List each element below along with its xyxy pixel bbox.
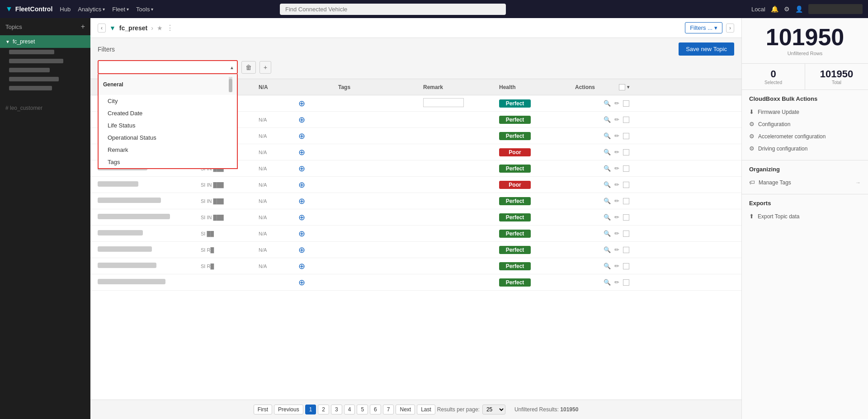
nav-hub[interactable]: Hub	[60, 6, 71, 13]
previous-page-button[interactable]: Previous	[274, 405, 303, 414]
per-page-select[interactable]: 2550100	[482, 405, 505, 414]
add-icon-3[interactable]: ⊕	[298, 164, 305, 173]
checkbox-1[interactable]	[623, 133, 629, 139]
edit-btn-8[interactable]: ✏	[614, 246, 619, 253]
cell-add-10[interactable]: ⊕	[298, 278, 335, 287]
search-input[interactable]	[280, 4, 506, 15]
edit-btn-9[interactable]: ✏	[614, 263, 619, 269]
dropdown-item-city[interactable]: City	[99, 95, 237, 107]
search-btn-6[interactable]: 🔍	[604, 214, 611, 221]
favorite-icon[interactable]: ›	[151, 24, 153, 32]
edit-btn-1[interactable]: ✏	[614, 132, 619, 139]
checkbox-4[interactable]	[623, 182, 629, 188]
edit-btn-2[interactable]: ✏	[614, 149, 619, 155]
edit-btn-5[interactable]: ✏	[614, 198, 619, 204]
page-2-button[interactable]: 2	[318, 405, 329, 414]
nav-tools[interactable]: Tools ▾	[136, 6, 153, 13]
search-btn-9[interactable]: 🔍	[604, 263, 611, 269]
edit-btn-10[interactable]: ✏	[614, 279, 619, 286]
nav-local[interactable]: Local	[751, 6, 765, 13]
manage-tags-item[interactable]: 🏷 Manage Tags →	[749, 176, 861, 188]
checkbox-3[interactable]	[623, 165, 629, 172]
checkbox-10[interactable]	[623, 279, 629, 286]
first-page-button[interactable]: First	[254, 405, 272, 414]
search-btn-10[interactable]: 🔍	[604, 279, 611, 286]
page-6-button[interactable]: 6	[370, 405, 381, 414]
checkbox-5[interactable]	[623, 198, 629, 204]
dropdown-item-remark[interactable]: Remark	[99, 144, 237, 156]
edit-btn-0[interactable]: ✏	[614, 116, 619, 123]
dropdown-item-created-date[interactable]: Created Date	[99, 107, 237, 119]
nav-right-button[interactable]: ›	[726, 24, 734, 33]
add-icon-9[interactable]: ⊕	[298, 262, 305, 271]
th-checkbox-all[interactable]	[619, 84, 625, 90]
cell-add-3[interactable]: ⊕	[298, 164, 335, 174]
page-1-button[interactable]: 1	[305, 405, 316, 414]
cell-add-2[interactable]: ⊕	[298, 147, 335, 157]
brand-logo[interactable]: ▼ FleetControl	[5, 5, 52, 13]
cell-add-4[interactable]: ⊕	[298, 180, 335, 190]
page-5-button[interactable]: 5	[357, 405, 368, 414]
search-btn-7[interactable]: 🔍	[604, 230, 611, 237]
filters-toggle-button[interactable]: Filters ... ▾	[685, 22, 722, 33]
dropdown-item-operational-status[interactable]: Operational Status	[99, 132, 237, 144]
add-icon-1[interactable]: ⊕	[298, 132, 305, 141]
checkbox-9[interactable]	[623, 263, 629, 269]
page-4-button[interactable]: 4	[344, 405, 355, 414]
add-icon-0[interactable]: ⊕	[298, 115, 305, 124]
page-3-button[interactable]: 3	[331, 405, 342, 414]
search-btn-3[interactable]: 🔍	[604, 165, 611, 172]
add-icon-6[interactable]: ⊕	[298, 213, 305, 222]
search-btn-1[interactable]: 🔍	[604, 132, 611, 139]
last-page-button[interactable]: Last	[417, 405, 435, 414]
cell-add-6[interactable]: ⊕	[298, 212, 335, 222]
search-btn-0[interactable]: 🔍	[604, 116, 611, 123]
nav-analytics[interactable]: Analytics ▾	[78, 6, 105, 13]
sidebar-sub-1[interactable]	[0, 48, 90, 57]
add-topic-button[interactable]: +	[81, 23, 85, 31]
checkbox-6[interactable]	[623, 214, 629, 221]
page-7-button[interactable]: 7	[383, 405, 394, 414]
bulk-accelerometer[interactable]: ⚙ Accelerometer configuration	[749, 130, 861, 142]
dropdown-scroll-area[interactable]: City Created Date Life Status Operationa…	[99, 95, 237, 168]
cell-add-9[interactable]: ⊕	[298, 261, 335, 271]
checkbox-0[interactable]	[623, 117, 629, 123]
edit-btn-7[interactable]: ✏	[614, 230, 619, 237]
cell-add-8[interactable]: ⊕	[298, 245, 335, 255]
edit-btn-4[interactable]: ✏	[614, 181, 619, 188]
search-btn-4[interactable]: 🔍	[604, 181, 611, 188]
nav-left-button[interactable]: ‹	[98, 24, 106, 33]
edit-row-button-first[interactable]: ✏	[614, 100, 619, 107]
checkbox-8[interactable]	[623, 247, 629, 253]
cell-add-5[interactable]: ⊕	[298, 196, 335, 206]
bulk-configuration[interactable]: ⚙ Configuration	[749, 118, 861, 130]
delete-filter-button[interactable]: 🗑	[241, 61, 256, 74]
save-topic-button[interactable]: Save new Topic	[679, 42, 734, 56]
export-topic-item[interactable]: ⬆ Export Topic data	[749, 210, 861, 222]
search-btn-8[interactable]: 🔍	[604, 246, 611, 253]
cell-add-1[interactable]: ⊕	[298, 131, 335, 141]
add-filter-button[interactable]: +	[259, 61, 271, 74]
search-btn-2[interactable]: 🔍	[604, 149, 611, 155]
add-icon-8[interactable]: ⊕	[298, 245, 305, 254]
more-options-icon[interactable]: ⋮	[166, 24, 174, 32]
edit-btn-3[interactable]: ✏	[614, 165, 619, 172]
cell-add-7[interactable]: ⊕	[298, 229, 335, 239]
add-icon-7[interactable]: ⊕	[298, 229, 305, 238]
sidebar-sub-5[interactable]	[0, 84, 90, 93]
dropdown-item-life-status[interactable]: Life Status	[99, 119, 237, 132]
add-icon-5[interactable]: ⊕	[298, 197, 305, 206]
sidebar-sub-2[interactable]	[0, 57, 90, 66]
bulk-driving[interactable]: ⚙ Driving configuration	[749, 142, 861, 155]
search-row-button-first[interactable]: 🔍	[604, 100, 611, 107]
bulk-firmware-update[interactable]: ⬇ Firmware Update	[749, 106, 861, 118]
add-icon-2[interactable]: ⊕	[298, 148, 305, 157]
sidebar-sub-3[interactable]	[0, 66, 90, 75]
cell-add-0[interactable]: ⊕	[298, 115, 335, 125]
star-icon[interactable]: ★	[157, 24, 163, 32]
add-icon-10[interactable]: ⊕	[298, 278, 305, 287]
next-page-button[interactable]: Next	[396, 405, 415, 414]
cell-add-first[interactable]: ⊕	[298, 99, 335, 108]
alert-icon[interactable]: 🔔	[771, 5, 778, 13]
add-icon-4[interactable]: ⊕	[298, 180, 305, 189]
